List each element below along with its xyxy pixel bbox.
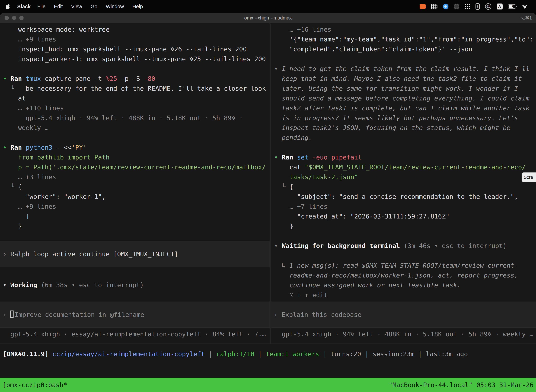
battery-percentage-label: 61 [486,5,490,9]
wifi-icon[interactable] [521,4,528,9]
left-status-footer: gpt-5.4 xhigh · essay/ai-reimplementatio… [3,329,266,339]
tmux-host-clock: "MacBook-Pro-44.local" 05:03 31-Mar-26 [389,381,534,388]
menu-edit[interactable]: Edit [50,4,67,9]
terminal-content: workspace_mode: worktree … +9 lines insp… [0,23,536,392]
screen-recording-indicator[interactable] [420,4,426,9]
terminal-window: omx --xhigh --madmax ⌥⌘1 workspace_mode:… [0,13,536,392]
table-grid-icon[interactable] [431,4,438,9]
tmux-session-window: [omx-cczip0:bash* [2,381,67,388]
tmux-pane-left[interactable]: workspace_mode: worktree … +9 lines insp… [0,23,270,344]
charging-bolt-icon: ϟ [512,5,514,9]
screen-overlay-text: Scre [524,175,533,180]
omx-status-line: [OMX#0.11.9] cczip/essay/ai-reimplementa… [3,349,468,359]
phone-icon[interactable]: 8 [475,3,480,10]
apple-icon [5,4,10,9]
menu-view[interactable]: View [67,4,86,9]
battery-percentage-badge[interactable]: 61 [485,3,491,10]
dots-grid-icon[interactable] [464,4,470,9]
tmux-status-bar: [omx-cczip0:bash* "MacBook-Pro-44.local"… [0,378,536,392]
left-queued-message-box: › Ralph loop active continue [OMX_TMUX_I… [0,241,270,267]
battery-tip [516,6,517,7]
right-waiting-status: • Waiting for background terminal (3m 46… [274,241,507,251]
menu-file[interactable]: File [33,4,50,9]
left-working-status: • Working (6m 38s • esc to interrupt) [3,280,144,290]
menu-help[interactable]: Help [128,4,147,9]
window-title: omx --xhigh --madmax [0,15,536,21]
window-shortcut-badge: ⌥⌘1 [520,15,532,21]
right-composer-box[interactable]: › Explain this codebase [271,302,536,328]
right-composer-input[interactable]: › Explain this codebase [274,310,362,320]
menu-go[interactable]: Go [86,4,102,9]
menu-window[interactable]: Window [102,4,128,9]
close-button[interactable] [5,16,9,20]
left-composer-box[interactable]: › Improve documentation in @filename [0,302,270,328]
blue-app-icon[interactable] [443,4,448,9]
zoom-button[interactable] [19,16,24,20]
right-queued-message: ↳ 1 new msg(s): read $OMX_TEAM_STATE_ROO… [274,261,518,300]
battery-icon[interactable]: ϟ [508,5,516,9]
screen-overlay-tooltip: Scre [522,173,536,182]
pane-bottom-divider [0,344,536,344]
minimize-button[interactable] [12,16,16,20]
menubar-status-icons: 8 61 A ϟ [420,3,531,10]
keyboard-input-label: A [498,4,501,9]
left-pane-scrollback: workspace_mode: worktree … +9 lines insp… [3,25,266,231]
menu-items: File Edit View Go Window Help [33,4,147,9]
app-menu-slack[interactable]: Slack [17,4,31,9]
keyboard-input-icon[interactable]: A [497,4,502,9]
tmux-pane-right[interactable]: … +16 lines '{"team_name":"my-team","tas… [271,23,536,344]
phone-badge: 8 [477,5,479,9]
traffic-lights [5,16,24,20]
left-queued-message: › Ralph loop active continue [OMX_TMUX_I… [3,249,178,259]
apple-menu[interactable] [5,4,10,9]
window-titlebar[interactable]: omx --xhigh --madmax ⌥⌘1 [0,13,536,23]
right-status-footer: gpt-5.4 xhigh · 94% left · 488K in · 5.1… [274,329,533,339]
left-composer-input[interactable]: › Improve documentation in @filename [3,310,144,320]
dark-app-icon[interactable] [454,4,459,9]
right-pane-scrollback: … +16 lines '{"team_name":"my-team","tas… [274,25,533,231]
menu-bar: Slack File Edit View Go Window Help 8 61… [0,0,536,13]
